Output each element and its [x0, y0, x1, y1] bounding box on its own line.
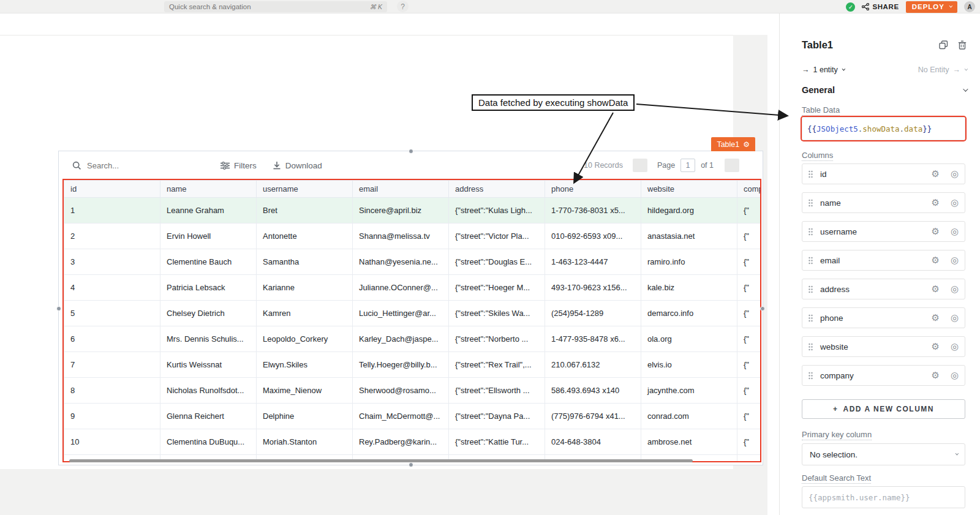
column-header-id[interactable]: id: [64, 181, 160, 198]
download-button[interactable]: Download: [273, 161, 322, 170]
column-item-website[interactable]: website⚙◎: [802, 336, 965, 357]
column-item-email[interactable]: email⚙◎: [802, 250, 965, 271]
table1-widget[interactable]: Table1 ⚙: [58, 151, 763, 465]
table-data-binding-field[interactable]: {{JSObject5.showData.data}}: [802, 117, 965, 140]
page-number-input[interactable]: [680, 159, 695, 172]
table-row[interactable]: 8Nicholas Runolfsdot...Maxime_NienowSher…: [64, 378, 761, 404]
table-cell: {": [737, 352, 761, 378]
incoming-entities-dropdown[interactable]: → 1 entity: [802, 66, 844, 74]
column-item-label: address: [820, 285, 920, 294]
table-row[interactable]: 6Mrs. Dennis Schulis...Leopoldo_CorkeryK…: [64, 326, 761, 352]
table-cell: Moriah.Stanton: [257, 429, 353, 455]
table-cell: 6: [64, 326, 160, 352]
editor-topbar: ⌘ K ? ✓ SHARE DEPLOY A: [0, 0, 980, 13]
add-new-column-button[interactable]: + ADD A NEW COLUMN: [802, 399, 965, 419]
column-item-phone[interactable]: phone⚙◎: [802, 307, 965, 328]
table-search-input[interactable]: [87, 161, 179, 170]
column-visibility-icon[interactable]: ◎: [951, 370, 959, 381]
table-cell: {"street":"Dayna Pa...: [449, 404, 545, 429]
prev-page-button[interactable]: [633, 159, 647, 172]
widget-name-label: Table1: [717, 140, 739, 149]
table-row[interactable]: 4Patricia LebsackKarianneJulianne.OConne…: [64, 275, 761, 301]
drag-handle-icon[interactable]: [809, 372, 813, 380]
column-item-id[interactable]: id⚙◎: [802, 164, 965, 184]
drag-handle-icon[interactable]: [809, 343, 813, 351]
column-visibility-icon[interactable]: ◎: [951, 341, 959, 352]
widget-settings-icon[interactable]: ⚙: [743, 140, 750, 149]
filters-button[interactable]: Filters: [221, 161, 257, 170]
drag-handle-icon[interactable]: [809, 257, 813, 265]
table-row[interactable]: 5Chelsey DietrichKamrenLucio_Hettinger@a…: [64, 301, 761, 326]
table-cell: {"street":"Rex Trail",...: [449, 352, 545, 378]
general-section-header[interactable]: General: [802, 85, 967, 95]
column-visibility-icon[interactable]: ◎: [951, 284, 959, 295]
table-cell: 4: [64, 275, 160, 301]
column-visibility-icon[interactable]: ◎: [951, 226, 959, 237]
deploy-button[interactable]: DEPLOY: [906, 1, 957, 13]
resize-handle-left[interactable]: [56, 306, 61, 311]
table-row[interactable]: 2Ervin HowellAntonetteShanna@melissa.tv{…: [64, 224, 761, 249]
delete-widget-icon[interactable]: [958, 40, 967, 50]
resize-handle-bottom[interactable]: [409, 462, 413, 467]
drag-handle-icon[interactable]: [809, 199, 813, 207]
quick-search-input[interactable]: [169, 3, 370, 10]
next-page-button[interactable]: [725, 159, 739, 172]
table1-grid: idnameusernameemailaddressphonewebsiteco…: [64, 180, 761, 462]
widget-name-badge[interactable]: Table1 ⚙: [711, 137, 755, 151]
table-cell: {"street":"Skiles Wa...: [449, 301, 545, 326]
table-cell: Elwyn.Skiles: [257, 352, 353, 378]
column-settings-icon[interactable]: ⚙: [931, 341, 939, 352]
drag-handle-icon[interactable]: [809, 228, 813, 236]
column-item-company[interactable]: company⚙◎: [802, 365, 965, 386]
table-cell: Antonette: [257, 224, 353, 249]
column-header-address[interactable]: address: [449, 181, 545, 198]
column-header-username[interactable]: username: [257, 181, 353, 198]
avatar[interactable]: A: [964, 1, 975, 12]
resize-handle-right[interactable]: [760, 306, 765, 311]
resize-handle-top[interactable]: [409, 149, 413, 154]
drag-handle-icon[interactable]: [809, 285, 813, 293]
drag-handle-icon[interactable]: [809, 314, 813, 322]
column-header-email[interactable]: email: [353, 181, 449, 198]
default-search-input[interactable]: {{appsmith.user.name}}: [802, 486, 965, 508]
outgoing-entities-dropdown[interactable]: No Entity →: [918, 66, 967, 74]
column-settings-icon[interactable]: ⚙: [931, 284, 939, 295]
outgoing-entities-label: No Entity: [918, 66, 949, 74]
column-settings-icon[interactable]: ⚙: [931, 226, 939, 237]
column-settings-icon[interactable]: ⚙: [931, 168, 939, 179]
table-row[interactable]: 1Leanne GrahamBretSincere@april.biz{"str…: [64, 198, 761, 224]
table-row[interactable]: 10Clementina DuBuqu...Moriah.StantonRey.…: [64, 429, 761, 455]
help-button[interactable]: ?: [397, 1, 409, 12]
column-visibility-icon[interactable]: ◎: [951, 312, 959, 323]
table-row[interactable]: 3Clementine BauchSamanthaNathan@yesenia.…: [64, 249, 761, 275]
share-button[interactable]: SHARE: [862, 3, 899, 10]
binding-dot: .: [858, 124, 863, 133]
table-row[interactable]: 7Kurtis WeissnatElwyn.SkilesTelly.Hoeger…: [64, 352, 761, 378]
quick-search-bar[interactable]: ⌘ K: [164, 1, 387, 12]
primary-key-select[interactable]: No selection.: [802, 443, 965, 465]
table-cell: 010-692-6593 x09...: [545, 224, 641, 249]
column-settings-icon[interactable]: ⚙: [931, 255, 939, 266]
horizontal-scrollbar[interactable]: [69, 459, 693, 462]
binding-open-braces: {{: [807, 124, 816, 133]
column-item-name[interactable]: name⚙◎: [802, 192, 965, 213]
canvas-top-strip: [0, 13, 779, 35]
column-item-address[interactable]: address⚙◎: [802, 279, 965, 299]
table-cell: Clementina DuBuqu...: [160, 429, 257, 455]
table-row[interactable]: 9Glenna ReichertDelphineChaim_McDermott@…: [64, 404, 761, 429]
column-visibility-icon[interactable]: ◎: [951, 255, 959, 266]
copy-widget-icon[interactable]: [939, 40, 948, 50]
column-visibility-icon[interactable]: ◎: [951, 197, 959, 208]
column-settings-icon[interactable]: ⚙: [931, 312, 939, 323]
drag-handle-icon[interactable]: [809, 170, 813, 178]
column-item-username[interactable]: username⚙◎: [802, 221, 965, 242]
column-item-label: id: [820, 170, 920, 179]
column-settings-icon[interactable]: ⚙: [931, 197, 939, 208]
column-visibility-icon[interactable]: ◎: [951, 168, 959, 179]
column-settings-icon[interactable]: ⚙: [931, 370, 939, 381]
column-header-phone[interactable]: phone: [545, 181, 641, 198]
column-header-name[interactable]: name: [160, 181, 257, 198]
column-header-website[interactable]: website: [641, 181, 737, 198]
column-header-company[interactable]: company: [737, 181, 761, 198]
table-cell: 7: [64, 352, 160, 378]
